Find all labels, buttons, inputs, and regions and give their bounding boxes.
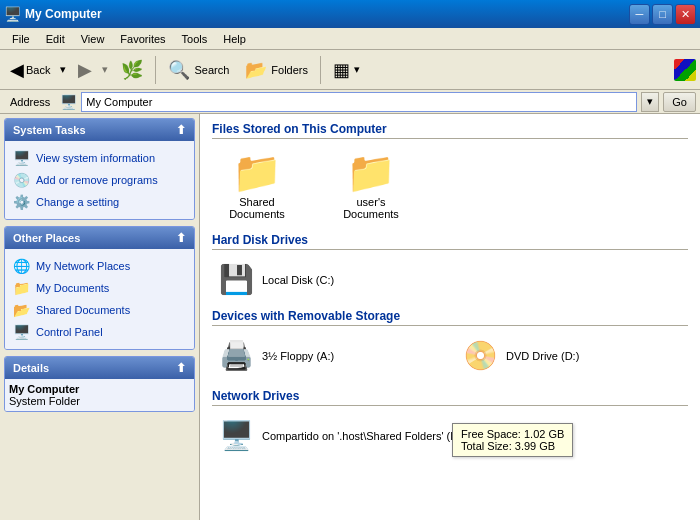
- maximize-button[interactable]: □: [652, 4, 673, 25]
- shared-docs-icon: 📂: [13, 302, 30, 318]
- left-panel: System Tasks ⬆ 🖥️ View system informatio…: [0, 114, 200, 520]
- user-documents-item[interactable]: 📁 user's Documents: [326, 147, 416, 225]
- details-type: System Folder: [9, 395, 190, 407]
- menu-tools[interactable]: Tools: [174, 31, 216, 47]
- folders-icon: 📂: [245, 59, 267, 81]
- go-button[interactable]: Go: [663, 92, 696, 112]
- back-dropdown[interactable]: ▾: [56, 58, 70, 81]
- menu-edit[interactable]: Edit: [38, 31, 73, 47]
- back-label: Back: [26, 64, 50, 76]
- titlebar-icon: 🖥️: [4, 6, 21, 22]
- forward-dropdown[interactable]: ▾: [98, 58, 112, 81]
- local-disk-icon: 💾: [219, 263, 254, 296]
- floppy-icon: 🖨️: [219, 339, 254, 372]
- other-places-label: Other Places: [13, 232, 80, 244]
- address-bar-icon: 🖥️: [60, 94, 77, 110]
- floppy-name: 3½ Floppy (A:): [262, 350, 334, 362]
- up-icon: 🌿: [121, 59, 143, 81]
- tooltip-line2: Total Size: 3.99 GB: [461, 440, 564, 452]
- titlebar: 🖥️ My Computer ─ □ ✕: [0, 0, 700, 28]
- change-setting-icon: ⚙️: [13, 194, 30, 210]
- details-name: My Computer: [9, 383, 190, 395]
- shared-documents-item[interactable]: 📁 Shared Documents: [212, 147, 302, 225]
- network-drive-name: Compartido on '.host\Shared Folders' (B:…: [262, 430, 464, 442]
- search-button[interactable]: 🔍 Search: [161, 55, 236, 85]
- control-panel-icon: 🖥️: [13, 324, 30, 340]
- drive-tooltip: Free Space: 1.02 GB Total Size: 3.99 GB: [452, 423, 573, 457]
- network-icon: 🌐: [13, 258, 30, 274]
- network-share-item[interactable]: 🖥️ Compartido on '.host\Shared Folders' …: [212, 414, 492, 457]
- menu-view[interactable]: View: [73, 31, 113, 47]
- minimize-button[interactable]: ─: [629, 4, 650, 25]
- change-setting-label: Change a setting: [36, 196, 119, 208]
- menu-favorites[interactable]: Favorites: [112, 31, 173, 47]
- search-icon: 🔍: [168, 59, 190, 81]
- dvd-drive-item[interactable]: 📀 DVD Drive (D:): [456, 334, 636, 377]
- forward-icon: ▶: [78, 59, 92, 81]
- toolbar-separator-2: [320, 56, 321, 84]
- menubar: File Edit View Favorites Tools Help: [0, 28, 700, 50]
- details-collapse-icon: ⬆: [176, 361, 186, 375]
- my-documents-label: My Documents: [36, 282, 109, 294]
- system-tasks-label: System Tasks: [13, 124, 86, 136]
- forward-button[interactable]: ▶: [72, 54, 98, 86]
- local-disk-name: Local Disk (C:): [262, 274, 334, 286]
- my-docs-icon: 📁: [13, 280, 30, 296]
- search-label: Search: [194, 64, 229, 76]
- hard-disk-area: 💾 Local Disk (C:) Free Space: 1.02 GB To…: [212, 258, 688, 301]
- address-label: Address: [4, 96, 56, 108]
- close-button[interactable]: ✕: [675, 4, 696, 25]
- tooltip-line1: Free Space: 1.02 GB: [461, 428, 564, 440]
- right-content: Files Stored on This Computer 📁 Shared D…: [200, 114, 700, 520]
- shared-documents-link[interactable]: 📂 Shared Documents: [9, 299, 190, 321]
- addressbar: Address 🖥️ My Computer ▾ Go: [0, 90, 700, 114]
- back-icon: ◀: [10, 59, 24, 81]
- main-layout: System Tasks ⬆ 🖥️ View system informatio…: [0, 114, 700, 520]
- add-remove-icon: 💿: [13, 172, 30, 188]
- details-body: My Computer System Folder: [5, 379, 194, 411]
- toolbar-separator-1: [155, 56, 156, 84]
- details-label: Details: [13, 362, 49, 374]
- views-button[interactable]: ▦ ▾: [326, 55, 367, 85]
- shared-documents-icon: 📁: [232, 152, 282, 192]
- dvd-icon: 📀: [463, 339, 498, 372]
- local-disk-c-item[interactable]: 💾 Local Disk (C:): [212, 258, 392, 301]
- my-network-places-link[interactable]: 🌐 My Network Places: [9, 255, 190, 277]
- system-tasks-header[interactable]: System Tasks ⬆: [5, 119, 194, 141]
- titlebar-buttons: ─ □ ✕: [629, 4, 696, 25]
- up-button[interactable]: 🌿: [114, 55, 150, 85]
- views-dropdown-icon: ▾: [354, 63, 360, 76]
- forward-nav: ▶ ▾: [72, 54, 112, 86]
- view-system-info-label: View system information: [36, 152, 155, 164]
- back-button[interactable]: ◀ Back: [4, 54, 56, 86]
- toolbar: ◀ Back ▾ ▶ ▾ 🌿 🔍 Search 📂 Folders ▦ ▾: [0, 50, 700, 90]
- address-value[interactable]: My Computer: [86, 96, 152, 108]
- files-stored-header: Files Stored on This Computer: [212, 122, 688, 139]
- my-documents-link[interactable]: 📁 My Documents: [9, 277, 190, 299]
- view-system-info-link[interactable]: 🖥️ View system information: [9, 147, 190, 169]
- other-places-body: 🌐 My Network Places 📁 My Documents 📂 Sha…: [5, 249, 194, 349]
- control-panel-link[interactable]: 🖥️ Control Panel: [9, 321, 190, 343]
- system-info-icon: 🖥️: [13, 150, 30, 166]
- folders-button[interactable]: 📂 Folders: [238, 55, 315, 85]
- dropdown-arrow-icon2: ▾: [102, 63, 108, 75]
- details-header[interactable]: Details ⬆: [5, 357, 194, 379]
- menu-file[interactable]: File: [4, 31, 38, 47]
- devices-header: Devices with Removable Storage: [212, 309, 688, 326]
- change-setting-link[interactable]: ⚙️ Change a setting: [9, 191, 190, 213]
- other-places-collapse-icon: ⬆: [176, 231, 186, 245]
- folders-label: Folders: [271, 64, 308, 76]
- titlebar-title: My Computer: [25, 7, 629, 21]
- hard-disk-header: Hard Disk Drives: [212, 233, 688, 250]
- menu-help[interactable]: Help: [215, 31, 254, 47]
- other-places-header[interactable]: Other Places ⬆: [5, 227, 194, 249]
- views-icon: ▦: [333, 59, 350, 81]
- floppy-item[interactable]: 🖨️ 3½ Floppy (A:): [212, 334, 392, 377]
- system-tasks-collapse-icon: ⬆: [176, 123, 186, 137]
- xp-logo: [674, 59, 696, 81]
- address-dropdown[interactable]: ▾: [641, 92, 659, 112]
- add-remove-programs-link[interactable]: 💿 Add or remove programs: [9, 169, 190, 191]
- devices-items: 🖨️ 3½ Floppy (A:) 📀 DVD Drive (D:): [212, 334, 688, 381]
- back-nav: ◀ Back ▾: [4, 54, 70, 86]
- other-places-section: Other Places ⬆ 🌐 My Network Places 📁 My …: [4, 226, 195, 350]
